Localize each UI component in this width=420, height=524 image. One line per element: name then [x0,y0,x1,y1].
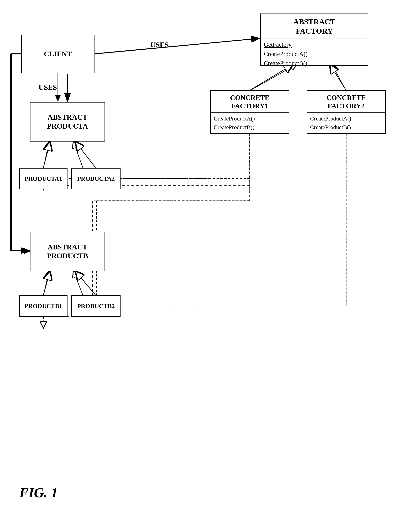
productA2-title: PRODUCTA2 [74,173,118,184]
abstract-productB-box: ABSTRACTPRODUCTB [30,232,105,271]
abstract-productA-title: ABSTRACTPRODUCTA [44,111,91,132]
abstract-factory-methods: GetFactory CreateProductA() CreateProduc… [261,38,368,69]
concrete-factory2-box: CONCRETEFACTORY2 CreateProductA() Create… [307,90,386,134]
cf2-methods: CreateProductA() CreateProductB() [307,113,385,133]
cf1-methods: CreateProductA() CreateProductB() [211,113,289,133]
productB1-title: PRODUCTB1 [22,300,65,312]
svg-line-42 [43,271,50,295]
abstract-factory-title: ABSTRACTFACTORY [290,14,338,38]
productB2-box: PRODUCTB2 [71,295,120,317]
uses-label-1: USES [151,41,169,49]
svg-line-40 [43,141,50,168]
abstract-productB-title: ABSTRACTPRODUCTB [44,241,91,262]
productB2-title: PRODUCTB2 [74,300,118,312]
client-box: CLIENT [21,35,94,73]
svg-line-41 [75,141,95,168]
svg-line-33 [95,38,260,54]
concrete-factory1-box: CONCRETEFACTORY1 CreateProductA() Create… [210,90,289,134]
concrete-factory1-title: CONCRETEFACTORY1 [227,91,272,112]
productA1-title: PRODUCTA1 [22,173,65,184]
client-title: CLIENT [41,48,75,61]
uses-label-2: USES [39,83,57,92]
figure-label: FIG. 1 [19,485,58,501]
productA2-box: PRODUCTA2 [71,168,120,189]
diagram-container: USES USES CLIENT ABSTRACTFACTORY GetFact… [0,0,420,524]
abstract-factory-box: ABSTRACTFACTORY GetFactory CreateProduct… [260,14,368,66]
productA1-box: PRODUCTA1 [19,168,67,189]
productB1-box: PRODUCTB1 [19,295,67,317]
concrete-factory2-title: CONCRETEFACTORY2 [324,91,369,112]
abstract-productA-box: ABSTRACTPRODUCTA [30,102,105,141]
